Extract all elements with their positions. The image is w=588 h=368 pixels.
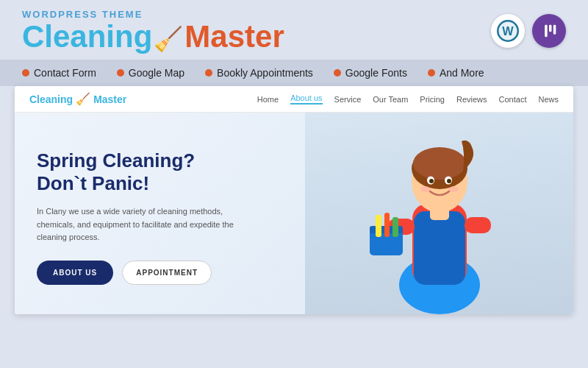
hero-image	[305, 113, 573, 314]
hero-content: Spring Cleaning? Don`t Panic! In Clany w…	[15, 113, 322, 314]
svg-point-12	[413, 147, 466, 180]
svg-rect-9	[414, 211, 465, 285]
wordpress-icon[interactable]: W	[491, 14, 525, 48]
svg-rect-24	[392, 217, 398, 237]
svg-point-16	[447, 179, 451, 183]
svg-text:W: W	[502, 24, 514, 38]
nav-service[interactable]: Service	[334, 95, 362, 104]
svg-rect-3	[545, 24, 548, 36]
feature-and-more: And More	[428, 67, 484, 79]
feature-label: Bookly Appointments	[217, 67, 313, 79]
nav-news[interactable]: News	[538, 95, 559, 104]
nav-reviews[interactable]: Reviews	[456, 95, 487, 104]
preview-card: Cleaning 🧹 Master Home About us Service …	[15, 86, 573, 314]
feature-label: Google Fonts	[345, 67, 407, 79]
hero-title-line1: Spring Cleaning?	[37, 149, 300, 172]
header: WordPress Theme Cleaning🧹Master W	[0, 0, 588, 60]
appointment-button[interactable]: APPOINTMENT	[122, 261, 212, 285]
hero-buttons: ABOUT US APPOINTMENT	[37, 261, 300, 285]
about-us-button[interactable]: ABOUT US	[37, 261, 113, 285]
preview-logo-icon: 🧹	[76, 92, 90, 106]
features-bar: Contact Form Google Map Bookly Appointme…	[0, 60, 588, 86]
nav-about[interactable]: About us	[290, 93, 322, 105]
header-icons: W	[491, 14, 566, 48]
svg-point-17	[420, 186, 431, 192]
feature-dot	[205, 69, 212, 77]
nav-pricing[interactable]: Pricing	[420, 95, 445, 104]
header-subtitle: WordPress Theme	[22, 9, 284, 20]
feature-dot	[22, 69, 29, 77]
hero-description: In Clany we use a wide variety of cleani…	[37, 205, 243, 244]
preview-logo-master: Master	[93, 93, 126, 105]
nav-our-team[interactable]: Our Team	[373, 95, 408, 104]
svg-rect-22	[376, 215, 381, 237]
header-branding: WordPress Theme Cleaning🧹Master	[22, 9, 284, 52]
title-cleaning: Cleaning	[22, 19, 152, 54]
feature-bookly: Bookly Appointments	[205, 67, 313, 79]
feature-contact-form: Contact Form	[22, 67, 96, 79]
feature-dot	[117, 69, 124, 77]
feature-label: And More	[440, 67, 484, 79]
svg-point-18	[448, 186, 459, 192]
title-icon: 🧹	[154, 26, 183, 52]
nav-contact[interactable]: Contact	[499, 95, 527, 104]
feature-label: Contact Form	[34, 67, 96, 79]
svg-rect-23	[384, 213, 390, 237]
preview-logo: Cleaning 🧹 Master	[29, 92, 126, 106]
feature-google-fonts: Google Fonts	[334, 67, 407, 79]
feature-dot	[334, 69, 341, 77]
title-master: Master	[184, 19, 284, 54]
elementor-icon[interactable]	[532, 14, 566, 48]
svg-rect-5	[553, 24, 556, 34]
hero-title: Spring Cleaning? Don`t Panic!	[37, 149, 300, 195]
preview-nav-links: Home About us Service Our Team Pricing R…	[257, 93, 559, 105]
svg-rect-26	[430, 207, 449, 220]
nav-home[interactable]: Home	[257, 95, 279, 104]
preview-hero: Spring Cleaning? Don`t Panic! In Clany w…	[15, 113, 573, 314]
svg-rect-4	[549, 24, 552, 31]
preview-nav: Cleaning 🧹 Master Home About us Service …	[15, 86, 573, 113]
header-title: Cleaning🧹Master	[22, 21, 284, 52]
hero-title-line2: Don`t Panic!	[37, 172, 300, 195]
svg-point-15	[429, 179, 434, 183]
svg-rect-25	[465, 217, 491, 233]
woman-illustration	[348, 116, 531, 314]
feature-dot	[428, 69, 435, 77]
feature-google-map: Google Map	[117, 67, 184, 79]
preview-logo-cleaning: Cleaning	[29, 93, 73, 105]
feature-label: Google Map	[129, 67, 184, 79]
